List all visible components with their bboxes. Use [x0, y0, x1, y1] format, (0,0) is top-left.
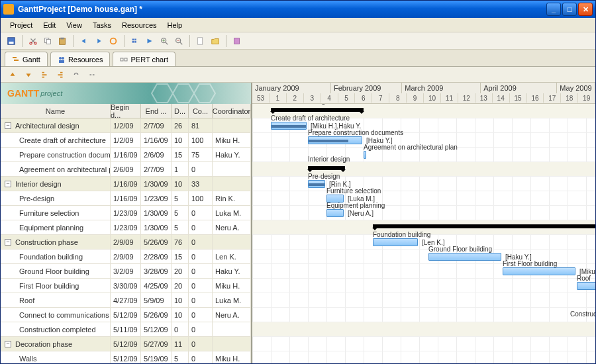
- copy-icon[interactable]: [41, 34, 54, 48]
- zoom-out-icon[interactable]: [172, 34, 185, 48]
- task-bar[interactable]: [271, 122, 307, 130]
- gantt-chart[interactable]: Architectural designCreate draft of arch…: [252, 104, 595, 363]
- task-row[interactable]: −Construction phase2/9/095/26/09760: [1, 235, 251, 250]
- menu-tasks[interactable]: Tasks: [87, 20, 117, 30]
- task-row[interactable]: Create draft of architecture1/2/091/16/0…: [1, 133, 251, 148]
- titlebar[interactable]: GanttProject [Demo house.gan] * _ □ ✕: [1, 1, 595, 18]
- resource-load-icon[interactable]: [230, 34, 244, 48]
- cell-begin: 4/27/09: [111, 293, 141, 307]
- tab-pert[interactable]: PERT chart: [113, 52, 175, 66]
- task-row[interactable]: Agreement on architectural plan2/6/092/7…: [1, 162, 251, 177]
- indent-icon[interactable]: [38, 68, 51, 81]
- zoom-in-icon[interactable]: [158, 34, 171, 48]
- expand-toggle-icon[interactable]: −: [5, 341, 11, 347]
- new-icon[interactable]: [194, 34, 207, 48]
- cell-coord: [213, 162, 251, 176]
- menu-help[interactable]: Help: [162, 20, 188, 30]
- scroll-left-icon[interactable]: [128, 34, 142, 48]
- timeline-header: January 2009February 2009March 2009April…: [252, 83, 595, 104]
- col-end[interactable]: End ...: [141, 104, 172, 118]
- task-row[interactable]: Equipment planning1/23/091/30/0950Neru A…: [1, 220, 251, 235]
- expand-toggle-icon[interactable]: −: [5, 239, 11, 246]
- redo-icon[interactable]: [92, 34, 105, 48]
- save-icon[interactable]: [5, 34, 18, 48]
- bar-label: Foundation building: [373, 231, 430, 238]
- task-bar[interactable]: [308, 180, 325, 188]
- open-icon[interactable]: [209, 34, 222, 48]
- cell-end: 5/19/09: [141, 351, 172, 363]
- link-icon[interactable]: [70, 68, 83, 81]
- undo-icon[interactable]: [77, 34, 91, 48]
- cell-comp: 0: [189, 308, 213, 322]
- svg-marker-25: [173, 84, 194, 103]
- svg-rect-5: [46, 39, 50, 44]
- summary-bar[interactable]: [308, 166, 345, 170]
- task-row[interactable]: Connect to communications5/12/095/26/091…: [1, 308, 251, 322]
- cell-dur: 0: [172, 322, 189, 336]
- task-name: First Floor building: [19, 282, 79, 290]
- column-headers: Name Begin d... End ... D... Co... Coord…: [1, 104, 251, 118]
- task-row[interactable]: Ground Floor building3/2/093/28/09200Hak…: [1, 264, 251, 279]
- task-bar[interactable]: [428, 253, 501, 261]
- app-icon: [3, 4, 14, 15]
- menu-project[interactable]: Project: [5, 20, 38, 30]
- week-header: 18: [561, 93, 578, 103]
- task-bar[interactable]: [308, 136, 362, 144]
- col-completion[interactable]: Co...: [189, 104, 213, 118]
- gantt-chart-pane: January 2009February 2009March 2009April…: [252, 83, 595, 363]
- task-row[interactable]: −Architectural design1/2/092/7/092681: [1, 118, 251, 133]
- task-row[interactable]: −Interior design1/16/091/30/091033: [1, 177, 251, 191]
- cell-begin: 3/2/09: [111, 264, 141, 278]
- cell-begin: 1/2/09: [111, 133, 141, 147]
- col-coordinator[interactable]: Coordinator: [213, 104, 251, 118]
- svg-rect-1: [9, 41, 14, 44]
- tab-gantt[interactable]: Gantt: [5, 52, 48, 66]
- move-up-icon[interactable]: [6, 68, 19, 81]
- task-bar[interactable]: [373, 238, 418, 246]
- task-row[interactable]: Prepare construction documents1/16/092/6…: [1, 148, 251, 162]
- task-row[interactable]: Construction completed5/11/095/12/0900: [1, 322, 251, 337]
- task-row[interactable]: Roof4/27/095/9/09100Luka M.: [1, 293, 251, 308]
- cell-coord: Haku Y.: [213, 148, 251, 161]
- task-row[interactable]: Pre-design1/16/091/23/095100Rin K.: [1, 191, 251, 206]
- summary-bar[interactable]: [271, 108, 364, 112]
- expand-toggle-icon[interactable]: −: [5, 181, 11, 187]
- task-bar[interactable]: [364, 151, 366, 159]
- cut-icon[interactable]: [26, 34, 40, 48]
- menu-edit[interactable]: Edit: [38, 20, 61, 30]
- task-row[interactable]: Walls5/12/095/19/0950Miku H.: [1, 351, 251, 363]
- minimize-button[interactable]: _: [546, 3, 561, 16]
- task-bar[interactable]: [503, 267, 575, 275]
- task-name: Roof: [19, 296, 34, 304]
- bar-label: Create draft of architecture: [271, 114, 350, 122]
- col-duration[interactable]: D...: [172, 104, 189, 118]
- menu-view[interactable]: View: [61, 20, 87, 30]
- cell-begin: 1/16/09: [111, 191, 141, 205]
- task-row[interactable]: Furniture selection1/23/091/30/0950Luka …: [1, 206, 251, 220]
- scroll-right-icon[interactable]: [143, 34, 156, 48]
- summary-bar[interactable]: [373, 224, 595, 228]
- cell-coord: Haku Y.: [213, 264, 251, 278]
- close-button[interactable]: ✕: [578, 3, 593, 16]
- goto-today-icon[interactable]: [107, 34, 120, 48]
- task-row[interactable]: Foundation building2/9/092/28/09150Len K…: [1, 250, 251, 264]
- task-row[interactable]: First Floor building3/30/094/25/09200Mik…: [1, 279, 251, 293]
- cell-end: 2/28/09: [141, 250, 172, 263]
- cell-dur: 15: [172, 250, 189, 263]
- task-bar[interactable]: [326, 209, 344, 217]
- unlink-icon[interactable]: [85, 68, 99, 81]
- move-down-icon[interactable]: [22, 68, 35, 81]
- maximize-button[interactable]: □: [562, 3, 577, 16]
- task-bar[interactable]: [577, 282, 595, 290]
- tab-resources[interactable]: Resources: [50, 52, 111, 66]
- task-row[interactable]: −Decoration phase5/12/095/27/09110: [1, 337, 251, 351]
- cell-coord: [213, 322, 251, 336]
- paste-icon[interactable]: [56, 34, 69, 48]
- col-begin[interactable]: Begin d...: [111, 104, 141, 118]
- bar-label: Interior design: [308, 156, 350, 163]
- col-name[interactable]: Name: [1, 104, 111, 118]
- expand-toggle-icon[interactable]: −: [5, 122, 11, 129]
- menu-resources[interactable]: Resources: [117, 20, 162, 30]
- outdent-icon[interactable]: [54, 68, 67, 81]
- task-grid[interactable]: −Architectural design1/2/092/7/092681Cre…: [1, 118, 251, 363]
